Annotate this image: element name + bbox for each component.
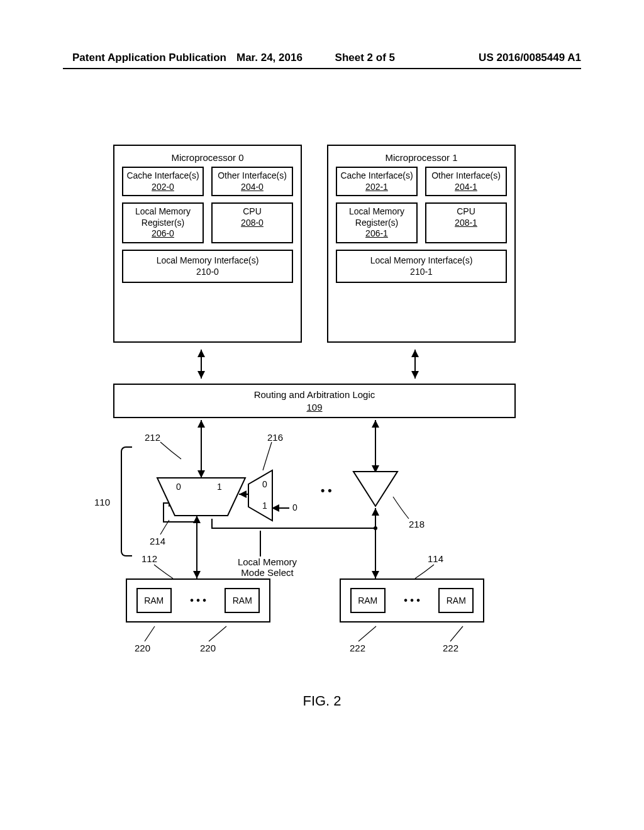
ref-110: 110 [94,497,110,507]
svg-marker-12 [353,472,397,506]
smux-in0: 0 [262,479,267,489]
header-left: Patent Application Publication [72,52,236,64]
ram-ellipsis: • • • [190,595,206,606]
brace-110 [121,446,132,556]
routing-arbitration-logic: Routing and Arbitration Logic 109 [113,384,516,418]
small-mux-216: 0 1 [248,470,272,521]
ref-220b: 220 [200,643,216,653]
mux-in0: 0 [176,482,181,492]
figure-label: FIG. 2 [0,693,644,709]
ram-block: RAM [438,588,474,613]
diagram-area: Microprocessor 0 Cache Interface(s) 202-… [107,145,535,698]
ellipsis-dots: • • [321,484,332,497]
ram-group-0: RAM • • • RAM [126,578,270,622]
ral-ref: 109 [306,402,322,412]
mode-select-label: Local Memory Mode Select [230,556,305,578]
ram-ellipsis: • • • [404,595,420,606]
header-pubno: US 2016/0085449 A1 [417,52,581,64]
smux-in1: 1 [262,501,267,511]
ref-222b: 222 [443,643,458,653]
ref-114: 114 [428,553,443,564]
routing-block-110: 110 212 216 218 214 0 1 0 1 0 [107,428,535,585]
ram-block: RAM [136,588,172,613]
mux-in1: 1 [217,482,222,492]
buffer-218 [353,472,397,509]
ref-212: 212 [145,432,160,443]
ref-216: 216 [267,432,283,443]
ram-block: RAM [350,588,386,613]
ref-218: 218 [409,519,425,529]
ref-222a: 222 [350,643,365,653]
ref-220a: 220 [135,643,150,653]
ral-text: Routing and Arbitration Logic [254,389,375,400]
smux-sel: 0 [292,502,297,512]
header-sheet: Sheet 2 of 5 [335,52,417,64]
ref-112: 112 [142,553,157,564]
mux-212: 0 1 [157,478,245,516]
svg-marker-11 [248,470,272,521]
patent-figure-page: Patent Application Publication Mar. 24, … [0,0,644,830]
header-date: Mar. 24, 2016 [236,52,335,64]
ram-block: RAM [225,588,260,613]
ram-group-1: RAM • • • RAM [340,578,484,622]
svg-marker-10 [157,478,245,516]
page-header: Patent Application Publication Mar. 24, … [0,52,644,64]
ref-214: 214 [150,536,165,546]
header-rule [63,68,581,69]
